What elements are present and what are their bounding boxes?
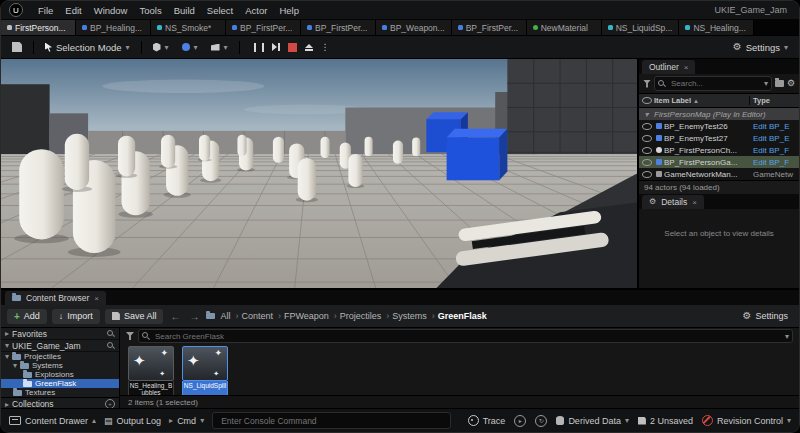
breadcrumb-all[interactable]: All — [220, 311, 238, 321]
forward-arrow-icon[interactable]: → — [187, 311, 201, 322]
asset-tab-bp-firstperson-2[interactable]: BP_FirstPer... — [301, 20, 376, 35]
chevron-down-icon[interactable]: ▾ — [764, 79, 768, 88]
capsule-actor[interactable] — [273, 137, 284, 163]
tree-item-explosions[interactable]: Explosions — [1, 370, 119, 379]
outliner-row-selected[interactable]: BP_FirstPersonGa... Edit BP_F — [639, 156, 799, 168]
tree-item-textures[interactable]: Textures — [1, 388, 119, 397]
derived-data-button[interactable]: Derived Data▾ — [556, 416, 629, 426]
content-browser-tab[interactable]: Content Browser× — [5, 291, 106, 305]
menu-help[interactable]: Help — [273, 5, 305, 16]
dark-building[interactable] — [1, 84, 50, 154]
column-type[interactable]: Type — [749, 96, 799, 105]
details-tab[interactable]: ⚙Details× — [642, 195, 704, 209]
blueprints-button[interactable]: ▾ — [177, 41, 203, 54]
blue-cube-actor[interactable] — [447, 129, 508, 180]
search-icon[interactable] — [107, 330, 115, 338]
asset-tab-ns-liquidspill[interactable]: NS_LiquidSp... — [602, 20, 680, 35]
capsule-actor[interactable] — [393, 141, 403, 164]
outliner-world-row[interactable]: ▾ FirstPersonMap (Play In Editor) — [639, 108, 799, 120]
asset-search-input[interactable] — [153, 331, 782, 342]
level-viewport[interactable] — [1, 59, 639, 288]
capsule-actor[interactable] — [412, 138, 420, 156]
output-log-button[interactable]: ▤Output Log — [104, 416, 161, 426]
visibility-eye-icon[interactable] — [642, 147, 652, 154]
outliner-row[interactable]: GameNetworkMan... GameNetw — [639, 168, 799, 180]
menu-build[interactable]: Build — [168, 5, 201, 16]
menu-file[interactable]: File — [32, 5, 59, 16]
add-button[interactable]: +Add — [7, 309, 47, 324]
menu-edit[interactable]: Edit — [59, 5, 87, 16]
breadcrumb-content[interactable]: Content — [241, 311, 281, 321]
menu-tools[interactable]: Tools — [133, 5, 167, 16]
breadcrumb-projectiles[interactable]: Projectiles — [340, 311, 390, 321]
revision-control-button[interactable]: Revision Control▾ — [702, 415, 791, 426]
asset-tab-bp-weapon[interactable]: BP_Weapon... — [376, 20, 452, 35]
stop-button[interactable] — [288, 43, 297, 52]
new-folder-icon[interactable] — [775, 80, 784, 87]
tree-item-projectiles[interactable]: ▾Projectiles — [1, 352, 119, 361]
menu-select[interactable]: Select — [201, 5, 239, 16]
console-command-box[interactable] — [212, 412, 451, 429]
asset-tab-bp-healing[interactable]: BP_Healing... — [76, 20, 151, 35]
outliner-search-box[interactable]: ▾ — [654, 76, 772, 91]
outliner-search-input[interactable] — [669, 78, 761, 89]
viewport-3d-scene[interactable] — [1, 59, 637, 288]
toolbar-settings-button[interactable]: ⚙Settings▾ — [728, 40, 793, 55]
breadcrumb-systems[interactable]: Systems — [392, 311, 435, 321]
asset-tab-bp-firstperson-3[interactable]: BP_FirstPer... — [452, 20, 527, 35]
filter-icon[interactable] — [643, 80, 651, 88]
edit-blueprint-link[interactable]: Edit BP_E — [750, 134, 799, 143]
editor-mode-dropdown[interactable]: Selection Mode▾ — [40, 40, 135, 55]
unsaved-button[interactable]: 2 Unsaved — [638, 416, 693, 426]
asset-tile-ns-healing-bubbles[interactable]: ✦ ✦ ✦ NS_Healing_Bubbles — [128, 346, 174, 396]
save-all-button[interactable]: Save All — [105, 309, 164, 324]
asset-tab-ns-smoke[interactable]: NS_Smoke* — [151, 20, 226, 35]
column-item-label[interactable]: Item Label▲ — [654, 96, 749, 105]
capsule-actor[interactable] — [237, 135, 246, 156]
edit-blueprint-link[interactable]: Edit BP_F — [750, 158, 799, 167]
capsule-actor[interactable] — [321, 137, 330, 158]
capsule-actor[interactable] — [116, 136, 137, 178]
dark-grid-wall[interactable] — [507, 59, 637, 154]
capsule-actor[interactable] — [346, 154, 364, 188]
capsule-actor[interactable] — [159, 135, 177, 169]
trace-button[interactable]: Trace — [468, 415, 506, 426]
trace-refresh-icon[interactable]: ↻ — [535, 415, 547, 427]
asset-tile-ns-liquidspill[interactable]: ✦ ✦ ✦ NS_LiquidSpill — [182, 346, 228, 396]
project-header[interactable]: ▾UKIE_Game_Jam — [1, 340, 119, 352]
content-drawer-button[interactable]: Content Drawer▴ — [9, 416, 96, 426]
pause-button[interactable] — [254, 43, 264, 52]
import-button[interactable]: ↓Import — [52, 309, 100, 324]
breadcrumb-fpweapon[interactable]: FPWeapon — [284, 311, 337, 321]
content-browser-settings-button[interactable]: ⚙Settings — [738, 309, 794, 323]
back-arrow-icon[interactable]: ← — [168, 311, 182, 322]
chevron-down-icon[interactable]: ▾ — [785, 332, 789, 341]
play-options-kebab-icon[interactable]: ⋮ — [321, 42, 330, 52]
capsule-actor[interactable] — [296, 158, 318, 202]
trace-play-icon[interactable]: ▸ — [514, 415, 526, 427]
filter-icon[interactable] — [126, 332, 134, 340]
edit-blueprint-link[interactable]: Edit BP_E — [750, 122, 799, 131]
close-icon[interactable]: × — [684, 63, 689, 72]
add-actor-button[interactable]: ▾ — [148, 41, 174, 54]
outliner-tab[interactable]: Outliner× — [642, 60, 695, 74]
asset-tab-bp-firstperson-1[interactable]: BP_FirstPer... — [226, 20, 301, 35]
outliner-row[interactable]: BP_FirstPersonCh... Edit BP_F — [639, 144, 799, 156]
eject-button[interactable] — [305, 44, 313, 51]
search-icon[interactable] — [107, 342, 115, 350]
asset-tab-newmaterial[interactable]: NewMaterial — [527, 20, 602, 35]
outliner-settings-icon[interactable]: ⚙ — [787, 79, 795, 88]
collections-header[interactable]: ▸Collections+ — [1, 397, 119, 408]
capsule-actor[interactable] — [197, 135, 211, 162]
asset-tab-firstperson-map[interactable]: FirstPerson... — [1, 20, 76, 35]
asset-tab-ns-healing[interactable]: NS_Healing... — [679, 20, 754, 35]
visibility-eye-icon[interactable] — [642, 97, 652, 104]
console-command-input[interactable] — [219, 415, 444, 427]
edit-blueprint-link[interactable]: Edit BP_F — [750, 146, 799, 155]
favorites-header[interactable]: ▸Favorites — [1, 328, 119, 340]
menu-window[interactable]: Window — [88, 5, 134, 16]
unreal-logo-icon[interactable]: U — [9, 3, 23, 17]
chevron-down-icon[interactable]: ▾ — [644, 110, 648, 119]
outliner-row[interactable]: BP_EnemyTest27 Edit BP_E — [639, 132, 799, 144]
capsule-actor[interactable] — [365, 137, 373, 156]
